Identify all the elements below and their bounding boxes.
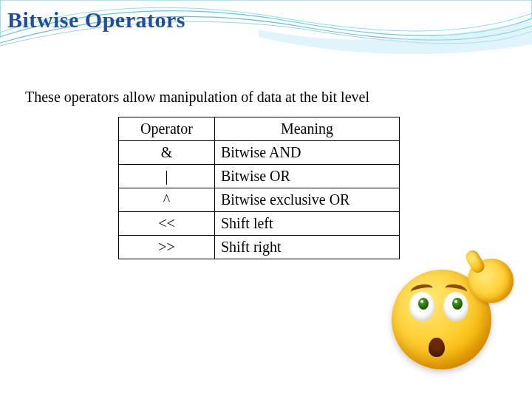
cell-operator: >>	[119, 236, 215, 259]
header-meaning: Meaning	[215, 117, 400, 141]
cell-meaning: Shift right	[215, 236, 400, 259]
table-row: >> Shift right	[119, 236, 400, 259]
table-header-row: Operator Meaning	[119, 117, 400, 141]
cell-meaning: Bitwise AND	[215, 141, 400, 165]
header-operator: Operator	[119, 117, 215, 141]
table-row: ^ Bitwise exclusive OR	[119, 188, 400, 212]
cell-meaning: Shift left	[215, 212, 400, 236]
cell-operator: ^	[119, 188, 215, 212]
slide-title: Bitwise Operators	[7, 7, 185, 33]
table-row: & Bitwise AND	[119, 141, 400, 165]
thinking-emoji-icon	[384, 259, 510, 384]
table-row: << Shift left	[119, 212, 400, 236]
operators-table: Operator Meaning & Bitwise AND | Bitwise…	[118, 117, 400, 259]
slide-subtitle: These operators allow manipulation of da…	[25, 89, 369, 106]
cell-operator: |	[119, 165, 215, 188]
table-row: | Bitwise OR	[119, 165, 400, 188]
cell-operator: <<	[119, 212, 215, 236]
cell-meaning: Bitwise exclusive OR	[215, 188, 400, 212]
cell-meaning: Bitwise OR	[215, 165, 400, 188]
cell-operator: &	[119, 141, 215, 165]
